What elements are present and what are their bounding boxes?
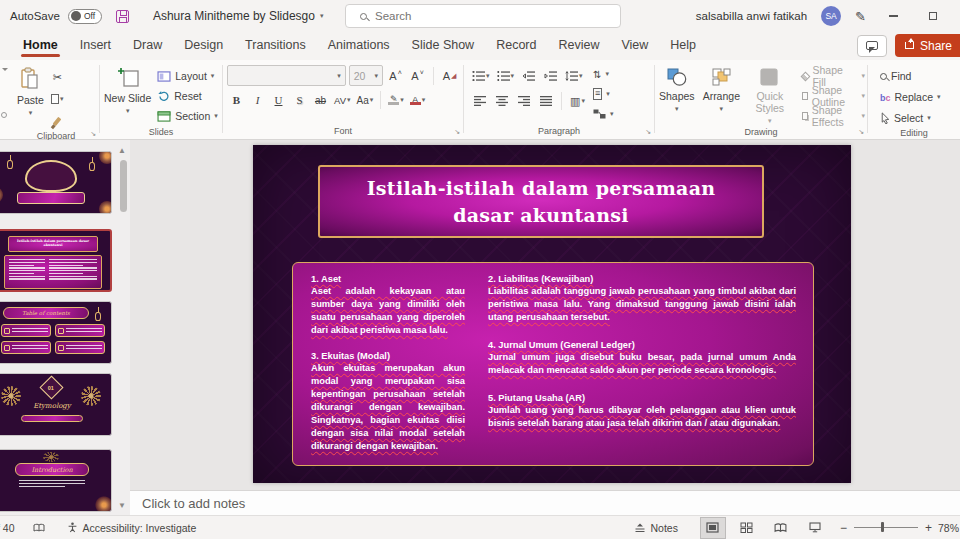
tab-design[interactable]: Design <box>173 33 234 59</box>
layout-button[interactable]: Layout▾ <box>155 67 220 85</box>
clipboard-dialog-launcher[interactable]: ↘ <box>90 130 96 138</box>
tab-view[interactable]: View <box>610 33 659 59</box>
font-dialog-launcher[interactable]: ↘ <box>454 128 460 136</box>
tab-record[interactable]: Record <box>485 33 547 59</box>
zoom-slider-handle[interactable] <box>881 522 885 532</box>
numbering-button[interactable]: ▾ <box>495 66 517 86</box>
zoom-in-button[interactable]: + <box>925 521 932 535</box>
line-spacing-button[interactable]: ▾ <box>563 66 585 86</box>
thumbnail-slide-1[interactable] <box>0 151 112 214</box>
slide-title-box[interactable]: Istilah-istilah dalam persamaan dasar ak… <box>318 165 764 238</box>
new-slide-button[interactable]: New Slide ▾ <box>100 63 155 115</box>
thumbnail-slide-3[interactable]: Table of contents <box>0 301 112 364</box>
zoom-out-button[interactable]: − <box>840 521 847 535</box>
accessibility-checker-button[interactable]: Accessibility: Investigate <box>63 522 201 534</box>
align-center-button[interactable] <box>492 91 511 111</box>
align-right-button[interactable] <box>514 91 533 111</box>
clear-formatting-button[interactable]: A◢ <box>440 66 459 86</box>
text-shadow-button[interactable]: S <box>290 90 309 110</box>
thumbnail-scrollbar[interactable] <box>120 160 127 212</box>
document-title[interactable]: Ashura Minitheme by Slidesgo ▾ <box>153 9 324 23</box>
share-button[interactable]: Share <box>895 34 960 57</box>
autosave-toggle[interactable]: Off <box>68 9 102 24</box>
replace-button[interactable]: bcReplace▾ <box>878 88 943 106</box>
slide-thumbnail-panel: Istilah-istilah dalam persamaan dasar ak… <box>0 140 130 515</box>
thumbnail-slide-2-selected[interactable]: Istilah-istilah dalam persamaan dasar ak… <box>0 229 112 292</box>
columns-button[interactable]: ▥▾ <box>568 91 587 111</box>
find-button[interactable]: Find <box>878 67 943 85</box>
font-name-combo[interactable]: ▾ <box>227 65 346 86</box>
select-button[interactable]: Select▾ <box>878 109 943 127</box>
tab-help[interactable]: Help <box>659 33 707 59</box>
slide-canvas[interactable]: Istilah-istilah dalam persamaan dasar ak… <box>253 145 851 483</box>
thumbnail-scroll-down[interactable]: ▼ <box>118 501 126 510</box>
paragraph-dialog-launcher[interactable]: ↘ <box>645 128 651 136</box>
spell-check-button[interactable] <box>29 523 49 533</box>
quick-styles-button[interactable]: Quick Styles ▾ <box>744 63 796 125</box>
copy-button[interactable]: ▾ <box>48 89 67 109</box>
character-spacing-button[interactable]: AV▾ <box>332 90 352 110</box>
tab-draw[interactable]: Draw <box>122 33 173 59</box>
group-clipboard: Paste ▾ ✂ ▾ Clipboard↘ <box>13 60 99 139</box>
toggle-knob-icon <box>71 11 81 21</box>
align-left-button[interactable] <box>470 91 489 111</box>
user-name[interactable]: salsabilla anwi fatikah <box>696 10 807 22</box>
comments-button[interactable] <box>857 35 887 57</box>
slideshow-view-button[interactable] <box>802 517 828 539</box>
change-case-button[interactable]: Aa▾ <box>354 90 375 110</box>
notes-toggle-button[interactable]: Notes <box>630 522 682 534</box>
zoom-level[interactable]: 78% <box>938 522 960 534</box>
section-button[interactable]: Section▾ <box>155 107 220 125</box>
thumbnail-slide-5[interactable]: Introduction <box>0 449 112 512</box>
increase-indent-button[interactable] <box>541 66 560 86</box>
shrink-font-button[interactable]: A˅ <box>408 66 427 86</box>
italic-button[interactable]: I <box>248 90 267 110</box>
minimize-button[interactable] <box>880 3 906 29</box>
decrease-indent-button[interactable] <box>519 66 538 86</box>
tab-insert[interactable]: Insert <box>69 33 122 59</box>
shape-effects-button[interactable]: Shape Effects▾ <box>800 107 867 125</box>
normal-view-button[interactable] <box>700 517 726 539</box>
bold-button[interactable]: B <box>227 90 246 110</box>
tab-slide-show[interactable]: Slide Show <box>401 33 486 59</box>
underline-button[interactable]: U <box>269 90 288 110</box>
cut-button[interactable]: ✂ <box>48 67 67 87</box>
tab-transitions[interactable]: Transitions <box>234 33 317 59</box>
strikethrough-button[interactable]: ab <box>311 90 330 110</box>
slide-body-box[interactable]: 1. Aset Aset adalah kekayaan atau sumber… <box>292 262 814 466</box>
search-box[interactable]: Search <box>345 4 621 28</box>
avatar[interactable]: SA <box>821 6 841 26</box>
bullets-button[interactable]: ▾ <box>470 66 492 86</box>
reading-view-button[interactable] <box>768 517 794 539</box>
highlight-button[interactable]: ✎▾ <box>386 90 406 110</box>
save-icon[interactable] <box>116 10 129 23</box>
paste-button[interactable]: Paste ▾ <box>13 63 48 117</box>
shape-outline-button[interactable]: Shape Outline▾ <box>800 87 867 105</box>
workspace: Istilah-istilah dalam persamaan dasar ak… <box>0 140 960 515</box>
thumbnail-scroll-up[interactable]: ▲ <box>118 146 126 155</box>
zoom-slider[interactable] <box>854 527 918 528</box>
thumbnail-slide-4[interactable]: 01 Etymology <box>0 373 112 436</box>
tab-home[interactable]: Home <box>12 33 69 59</box>
tab-animations[interactable]: Animations <box>317 33 401 59</box>
restore-button[interactable] <box>920 3 946 29</box>
grow-font-button[interactable]: A˄ <box>386 66 405 86</box>
notes-area[interactable]: Click to add notes <box>130 490 960 515</box>
format-painter-button[interactable] <box>48 111 67 131</box>
smartart-button[interactable]: ▾ <box>591 105 616 123</box>
drawing-dialog-launcher[interactable]: ↘ <box>858 128 864 136</box>
font-size-combo[interactable]: 20▾ <box>349 65 383 86</box>
tab-review[interactable]: Review <box>547 33 610 59</box>
font-color-icon: A <box>410 95 421 106</box>
reset-button[interactable]: Reset <box>155 87 220 105</box>
justify-button[interactable] <box>536 91 555 111</box>
shapes-button[interactable]: Shapes ▾ <box>655 63 699 113</box>
ink-pen-icon[interactable]: ✎ <box>855 9 866 24</box>
shape-fill-button[interactable]: Shape Fill▾ <box>800 67 867 85</box>
font-color-button[interactable]: A▾ <box>408 90 428 110</box>
group-editing: Find bcReplace▾ Select▾ Editing <box>868 60 960 139</box>
align-text-button[interactable]: ≡▾ <box>591 85 616 103</box>
slide-sorter-view-button[interactable] <box>734 517 760 539</box>
text-direction-button[interactable]: ⇅▾ <box>591 65 616 83</box>
arrange-button[interactable]: Arrange ▾ <box>699 63 744 113</box>
